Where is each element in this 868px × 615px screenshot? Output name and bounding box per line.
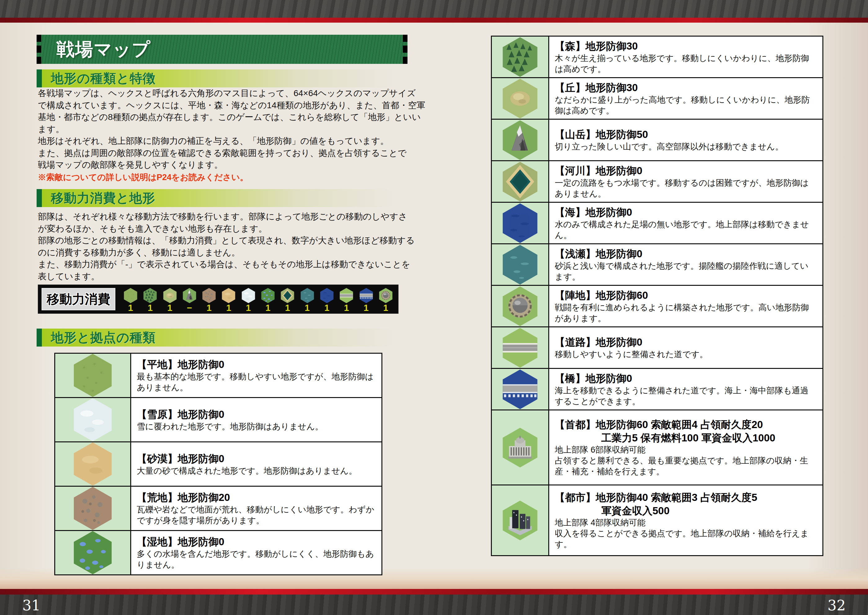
bridge-hex-icon — [503, 370, 537, 409]
paragraph-line: 各戦場マップは、ヘックスと呼ばれる六角形のマス目によって、64×64ヘックスのマ… — [38, 87, 408, 100]
terrain-icon-cell — [492, 203, 549, 244]
cost-item-desert: 1 — [220, 287, 238, 312]
section-heading-text: 地形と拠点の種類 — [51, 329, 156, 347]
cost-item-road: 1 — [338, 287, 355, 312]
terrain-text-cell: 【雪原】地形防御0雪に覆われた地形です。地形防御はありません。 — [131, 398, 382, 442]
terrain-desc: 最も基本的な地形です。移動しやすい地形ですが、地形防御はありません。 — [137, 371, 376, 393]
banner-bracket-right — [403, 35, 408, 64]
terrain-title: 【湿地】地形防御0 — [137, 535, 376, 549]
terrain-desc: 雪に覆われた地形です。地形防御はありません。 — [137, 421, 376, 432]
terrain-desc: 移動しやすいように整備された道です。 — [555, 349, 817, 360]
cost-value: 1 — [167, 303, 172, 312]
cost-value: 1 — [383, 303, 388, 312]
terrain-title-line2: 工業力5 保有燃料100 軍資金収入1000 — [555, 431, 817, 445]
top-red-stripe — [0, 18, 868, 23]
terrain-text-cell: 【道路】地形防御0移動しやすいように整備された道です。 — [549, 327, 823, 368]
terrain-title-line2: 軍資金収入500 — [555, 504, 817, 517]
terrain-title: 【森】地形防御30 — [555, 39, 817, 53]
terrain-title: 【山岳】地形防御50 — [555, 128, 817, 141]
shallows-hex-icon — [503, 245, 537, 284]
river-hex-icon — [503, 162, 537, 201]
terrain-text-cell: 【都市】地形防御40 索敵範囲3 占領耐久度5 軍資金収入500 地上部隊 4部… — [549, 485, 823, 555]
fortification-hex-icon — [378, 288, 393, 303]
terrain-row-city: 【都市】地形防御40 索敵範囲3 占領耐久度5 軍資金収入500 地上部隊 4部… — [492, 484, 823, 555]
cost-item-fort: 1 — [377, 287, 395, 312]
cost-item-sea: 1 — [318, 287, 336, 312]
snowfield-hex-icon — [74, 398, 112, 442]
terrain-icon-cell — [55, 354, 131, 397]
terrain-icon-cell — [492, 286, 549, 326]
terrain-capacity: 地上部隊 6部隊収納可能 — [555, 445, 817, 455]
paragraph-line: また、拠点は周囲の敵部隊の位置を確認できる索敵範囲を持っており、拠点を占領するこ… — [38, 147, 408, 159]
terrain-row-desert: 【砂漠】地形防御0大量の砂で構成された地形です。地形防御はありません。 — [55, 442, 382, 486]
terrain-desc: 戦闘を有利に進められるように構築された地形です。高い地形防御があります。 — [555, 302, 817, 324]
cost-value: 1 — [363, 303, 368, 312]
terrain-desc: 占領すると勝利できる、最も重要な拠点です。地上部隊の収納・生産・補充・補給を行え… — [555, 455, 817, 477]
terrain-desc: 一定の流路をもつ水場です。移動するのは困難ですが、地形防御はありません。 — [555, 178, 817, 199]
terrain-icon-cell — [492, 78, 549, 119]
section-heading-text: 移動力消費と地形 — [51, 189, 155, 207]
right-page: 【森】地形防御30木々が生え揃っている地形です。移動しにくいかわりに、地形防御は… — [491, 36, 823, 556]
terrain-icon-cell — [492, 161, 549, 202]
section-heading-movement-cost: 移動力消費と地形 — [37, 189, 408, 207]
terrain-icon-cell — [55, 398, 131, 442]
mountain-hex-icon — [503, 120, 537, 160]
cost-value: 1 — [266, 303, 271, 312]
wasteland-hex-icon — [202, 288, 216, 303]
cost-item-plain: 1 — [122, 287, 139, 312]
paragraph-line: 地形はそれぞれ、地上部隊に防御力の補正を与える、「地形防御」の値をもっています。 — [38, 135, 408, 147]
desert-hex-icon — [74, 442, 112, 486]
bottom-red-stripe — [0, 589, 868, 595]
terrain-icon-cell — [492, 485, 549, 555]
terrain-icon-cell — [55, 531, 131, 574]
fortification-hex-icon — [503, 286, 537, 326]
terrain-table-left: 【平地】地形防御0最も基本的な地形です。移動しやすい地形ですが、地形防御はありま… — [54, 353, 382, 575]
terrain-text-cell: 【陣地】地形防御60戦闘を有利に進められるように構築された地形です。高い地形防御… — [549, 286, 823, 326]
paragraph-line: ます。 — [38, 123, 408, 136]
terrain-text-cell: 【荒地】地形防御20瓦礫や岩などで地面が荒れ、移動がしにくい地形です。わずかです… — [131, 487, 382, 530]
terrain-desc: 収入を得ることができる拠点です。地上部隊の収納・補給を行えます。 — [555, 528, 817, 550]
hill-hex-icon — [163, 288, 177, 303]
terrain-title: 【荒地】地形防御20 — [137, 491, 376, 504]
paragraph-line: で構成されています。ヘックスには、平地・森・海などの14種類の地形があり、また、… — [38, 100, 408, 112]
chapter-title-banner: 戦場マップ — [37, 35, 408, 64]
cost-value: 1 — [148, 303, 153, 312]
terrain-text-cell: 【平地】地形防御0最も基本的な地形です。移動しやすい地形ですが、地形防御はありま… — [131, 354, 382, 397]
terrain-desc: 砂浜と浅い海で構成された地形です。揚陸艦の揚陸作戦に適しています。 — [555, 261, 817, 283]
terrain-desc: 水のみで構成された足場の無い地形です。地上部隊は移動できません。 — [555, 219, 817, 241]
bottom-dark-band — [0, 595, 868, 615]
terrain-types-paragraph: 各戦場マップは、ヘックスと呼ばれる六角形のマス目によって、64×64ヘックスのマ… — [38, 87, 408, 171]
paragraph-line: 表しています。 — [38, 271, 408, 283]
terrain-text-cell: 【浅瀬】地形防御0砂浜と浅い海で構成された地形です。揚陸艦の揚陸作戦に適していま… — [549, 244, 823, 285]
terrain-text-cell: 【砂漠】地形防御0大量の砂で構成された地形です。地形防御はありません。 — [131, 442, 382, 486]
terrain-icon-cell — [492, 411, 549, 484]
terrain-row-plain: 【平地】地形防御0最も基本的な地形です。移動しやすい地形ですが、地形防御はありま… — [55, 354, 382, 397]
cost-value: 1 — [285, 303, 290, 312]
terrain-desc: 大量の砂で構成された地形です。地形防御はありません。 — [137, 465, 376, 476]
movement-cost-bar: 移動力消費 1 1 1 − 1 1 1 1 1 1 1 1 1 1 — [38, 284, 399, 314]
terrain-row-capital: 【首都】地形防御60 索敵範囲4 占領耐久度20 工業力5 保有燃料100 軍資… — [492, 409, 823, 484]
shallows-hex-icon — [300, 288, 314, 303]
paragraph-line: のに消費する移動力が多く、移動には適しません。 — [38, 247, 408, 259]
cost-item-mountain: − — [180, 287, 199, 312]
terrain-desc: 多くの水場を含んだ地形です。移動がしにくく、地形防御もありません。 — [137, 549, 376, 570]
cost-value: 1 — [324, 303, 329, 312]
section-heading-text: 地形の種類と特徴 — [51, 69, 156, 87]
terrain-title: 【砂漠】地形防御0 — [137, 452, 376, 465]
movement-cost-paragraph: 部隊は、それぞれ様々な移動方法で移動を行います。部隊によって地形ごとの移動のしや… — [38, 211, 408, 283]
terrain-text-cell: 【山岳】地形防御50切り立った険しい山です。高空部隊以外は移動できません。 — [549, 120, 823, 160]
forest-hex-icon — [503, 37, 537, 77]
paragraph-line: 部隊は、それぞれ様々な移動方法で移動を行います。部隊によって地形ごとの移動のしや… — [38, 211, 408, 223]
terrain-desc: 瓦礫や岩などで地面が荒れ、移動がしにくい地形です。わずかですが身を隠す場所があり… — [137, 504, 376, 526]
terrain-row-forest: 【森】地形防御30木々が生え揃っている地形です。移動しにくいかわりに、地形防御は… — [492, 37, 823, 77]
paragraph-line: また、移動力消費が「-」で表示されている場合は、そもそもその地形上は移動できない… — [38, 259, 408, 271]
page-number-left: 31 — [22, 597, 41, 614]
terrain-row-shallows: 【浅瀬】地形防御0砂浜と浅い海で構成された地形です。揚陸艦の揚陸作戦に適していま… — [492, 244, 823, 285]
marsh-hex-icon — [261, 288, 275, 303]
terrain-row-wasteland: 【荒地】地形防御20瓦礫や岩などで地面が荒れ、移動がしにくい地形です。わずかです… — [55, 486, 382, 530]
movement-cost-label: 移動力消費 — [42, 288, 115, 310]
terrain-row-hill: 【丘】地形防御30なだらかに盛り上がった高地です。移動しにくいかわりに、地形防御… — [492, 77, 823, 119]
terrain-icon-cell — [492, 37, 549, 77]
terrain-text-cell: 【丘】地形防御30なだらかに盛り上がった高地です。移動しにくいかわりに、地形防御… — [549, 78, 823, 119]
heading-accent-bar — [37, 69, 42, 87]
